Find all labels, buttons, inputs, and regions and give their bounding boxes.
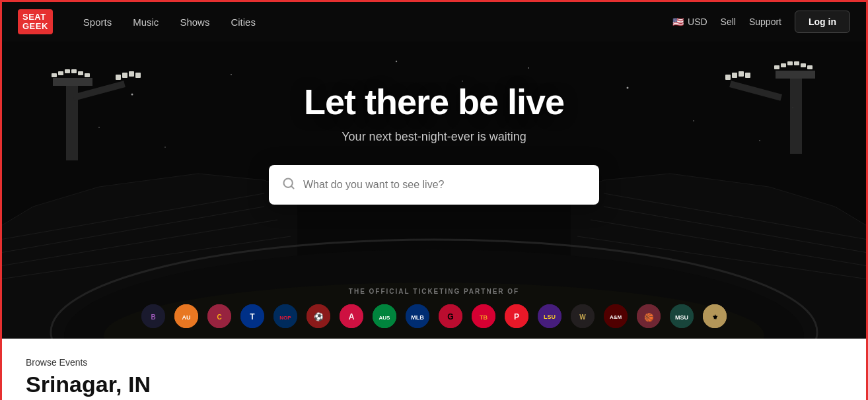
svg-rect-37 xyxy=(732,73,737,78)
city-name: Srinagar, IN xyxy=(26,372,842,397)
svg-rect-36 xyxy=(725,75,731,80)
svg-text:W: W xyxy=(579,314,586,321)
svg-text:P: P xyxy=(514,312,519,321)
svg-rect-34 xyxy=(807,65,813,69)
svg-rect-20 xyxy=(78,71,83,75)
svg-text:AUS: AUS xyxy=(379,315,391,321)
partner-logo-pelicans: NOP xyxy=(273,304,297,328)
partner-label: THE OFFICIAL TICKETING PARTNER OF xyxy=(2,288,866,295)
svg-text:A: A xyxy=(349,312,355,321)
svg-rect-26 xyxy=(135,73,141,78)
login-button[interactable]: Log in xyxy=(795,11,850,33)
svg-rect-16 xyxy=(52,73,57,77)
svg-point-2 xyxy=(231,74,232,75)
svg-point-9 xyxy=(396,61,397,62)
hero-section: Let there be live Your next best-night-e… xyxy=(2,42,866,339)
logo-line2: GEEK xyxy=(22,22,48,31)
svg-rect-17 xyxy=(58,71,63,75)
partner-logo-lsu: LSU xyxy=(538,304,561,328)
svg-rect-29 xyxy=(774,65,779,69)
search-bar[interactable] xyxy=(269,165,599,205)
partner-logo-austin-fc: AUS xyxy=(373,304,396,328)
svg-text:C: C xyxy=(217,314,221,321)
search-input[interactable] xyxy=(303,179,586,191)
svg-text:MLB: MLB xyxy=(411,314,424,321)
svg-text:⚽: ⚽ xyxy=(314,312,324,321)
partner-logo-georgia: G xyxy=(439,304,462,328)
partner-logo-ravens: B xyxy=(141,304,165,328)
svg-rect-24 xyxy=(122,73,127,78)
svg-rect-30 xyxy=(781,63,786,67)
partner-logo-cardinals: C xyxy=(207,304,231,328)
partner-logo-phillies: P xyxy=(505,304,528,328)
sell-link[interactable]: Sell xyxy=(721,17,736,27)
partner-logo-cavs: 🏀 xyxy=(637,304,661,328)
partner-logo-msu: MSU xyxy=(670,304,694,328)
partner-logo-tamu: A&M xyxy=(604,304,628,328)
svg-text:LSU: LSU xyxy=(544,314,556,320)
hero-content: Let there be live Your next best-night-e… xyxy=(2,81,866,205)
search-icon xyxy=(282,177,295,193)
hero-subtitle: Your next best-night-ever is waiting xyxy=(2,130,866,144)
svg-rect-38 xyxy=(739,71,744,77)
svg-rect-18 xyxy=(65,69,70,73)
nav-shows[interactable]: Shows xyxy=(170,11,219,33)
partner-logo-auburn: AU xyxy=(174,304,198,328)
svg-rect-31 xyxy=(787,61,793,65)
partner-logo-tampa: TB xyxy=(472,304,495,328)
svg-rect-32 xyxy=(794,61,799,65)
bottom-section: Browse Events Srinagar, IN Change Locati… xyxy=(2,339,866,400)
partner-section: THE OFFICIAL TICKETING PARTNER OF B AU C… xyxy=(2,288,866,339)
page-wrapper: SEAT GEEK Sports Music Shows Cities 🇺🇸 U… xyxy=(0,0,868,400)
partner-logo-fc-dallas: ⚽ xyxy=(307,304,330,328)
nav-music[interactable]: Music xyxy=(124,11,168,33)
svg-text:A&M: A&M xyxy=(610,314,622,320)
nav-cities[interactable]: Cities xyxy=(221,11,265,33)
svg-text:⚜: ⚜ xyxy=(712,314,718,321)
hero-title: Let there be live xyxy=(2,81,866,122)
svg-text:AU: AU xyxy=(182,314,191,321)
main-nav: Sports Music Shows Cities xyxy=(74,11,672,33)
svg-rect-19 xyxy=(71,69,77,73)
logo-line1: SEAT xyxy=(22,13,48,22)
partner-logo-rangers: T xyxy=(240,304,264,328)
support-link[interactable]: Support xyxy=(749,17,781,27)
header: SEAT GEEK Sports Music Shows Cities 🇺🇸 U… xyxy=(2,2,866,42)
header-right: 🇺🇸 USD Sell Support Log in xyxy=(672,11,850,33)
svg-rect-21 xyxy=(85,73,90,77)
logo[interactable]: SEAT GEEK xyxy=(18,9,53,35)
partner-logo-saints: ⚜ xyxy=(703,304,727,328)
partner-logo-mlb: MLB xyxy=(406,304,429,328)
svg-text:T: T xyxy=(250,312,255,321)
partner-logos: B AU C T NOP ⚽ xyxy=(2,304,866,328)
search-wrapper xyxy=(2,165,866,205)
partner-logo-wake: W xyxy=(571,304,595,328)
svg-point-4 xyxy=(528,67,529,69)
svg-line-44 xyxy=(291,185,294,188)
svg-rect-28 xyxy=(776,71,815,79)
logo-box: SEAT GEEK xyxy=(18,9,53,35)
browse-events-label: Browse Events xyxy=(26,357,842,368)
svg-rect-25 xyxy=(129,71,134,77)
svg-text:MSU: MSU xyxy=(675,314,688,321)
svg-text:B: B xyxy=(151,314,155,321)
svg-rect-39 xyxy=(745,73,750,78)
svg-text:TB: TB xyxy=(480,314,488,321)
partner-logo-braves: A xyxy=(340,304,363,328)
svg-text:NOP: NOP xyxy=(279,315,291,321)
flag-icon: 🇺🇸 xyxy=(672,17,684,27)
currency-label: USD xyxy=(688,17,707,27)
currency-selector[interactable]: 🇺🇸 USD xyxy=(672,17,707,27)
svg-rect-33 xyxy=(801,63,806,67)
svg-rect-23 xyxy=(116,75,121,80)
nav-sports[interactable]: Sports xyxy=(74,11,121,33)
svg-text:G: G xyxy=(447,312,453,321)
svg-text:🏀: 🏀 xyxy=(644,312,654,322)
